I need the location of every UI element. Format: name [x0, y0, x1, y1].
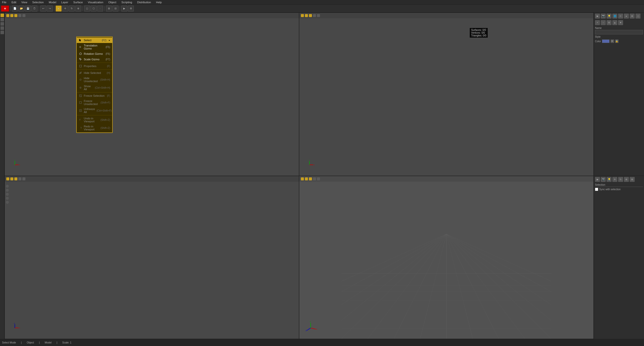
redo-btn[interactable]: ↪	[47, 6, 53, 12]
vp-bl-icon5[interactable]	[22, 177, 25, 180]
side-tool-1[interactable]	[6, 185, 9, 188]
menu-layer[interactable]: Layer	[60, 1, 69, 4]
rp-add-icon[interactable]: +	[595, 20, 600, 25]
vp-tr-icon2[interactable]	[305, 14, 308, 17]
menu-view[interactable]: View	[20, 1, 28, 4]
rp-remove-icon[interactable]: −	[601, 20, 606, 25]
vp-tl-icon5[interactable]	[22, 14, 25, 17]
ctx-hide-unselected[interactable]: Hide Unselected (Shift+H)	[77, 76, 112, 84]
new-btn[interactable]: 📄	[12, 6, 18, 12]
rotate-btn[interactable]: ↻	[69, 6, 75, 12]
rp-down-icon[interactable]: ▼	[618, 20, 623, 25]
rp-color-lock-icon[interactable]: 🔒	[615, 39, 619, 43]
ctx-translation-gizmo[interactable]: ✛ Translation Gizmo (F5)	[77, 43, 112, 51]
ctx-scale-gizmo[interactable]: Scale Gizmo (F7)	[77, 57, 112, 62]
rp-b-snap-icon[interactable]: ⊞	[630, 177, 635, 182]
ctx-undo-viewport[interactable]: Undo in Viewport (Shift+Z)	[77, 116, 112, 124]
menu-scripting[interactable]: Scripting	[120, 1, 133, 4]
menu-edit[interactable]: Edit	[11, 1, 17, 4]
viewport-top-right[interactable]: X Y	[299, 13, 594, 176]
side-tool-4[interactable]	[6, 197, 9, 200]
rp-b-rot-icon[interactable]: ↻	[618, 177, 623, 182]
ctx-show-all[interactable]: Show All (Ctrl+Shift+H)	[77, 84, 112, 92]
vp-br-icon4[interactable]	[313, 177, 316, 180]
rp-b-cam-icon[interactable]: 📷	[601, 177, 606, 182]
vp-br-icon2[interactable]	[305, 177, 308, 180]
rp-b-scale-icon[interactable]: ⊕	[624, 177, 629, 182]
open-btn[interactable]: 📂	[18, 6, 24, 12]
rp-up-icon[interactable]: ▲	[612, 20, 617, 25]
side-tool-3[interactable]	[6, 193, 9, 196]
rp-settings-icon[interactable]: ⚙	[607, 20, 612, 25]
vp-bl-icon1[interactable]	[6, 177, 9, 180]
save-as-btn[interactable]: 🗒	[31, 6, 37, 12]
rp-color-swatch[interactable]	[602, 39, 610, 43]
left-tool-5[interactable]	[1, 31, 4, 34]
rp-render-icon[interactable]: ▶	[595, 14, 600, 19]
edge-btn[interactable]: ⬡	[91, 6, 97, 12]
poly-btn[interactable]: ◻	[84, 6, 90, 12]
vp-tl-icon2[interactable]	[10, 14, 13, 17]
vp-bl-icon4[interactable]	[18, 177, 21, 180]
viewport-bottom-left[interactable]: X Z	[5, 176, 299, 339]
vp-tl-icon1[interactable]	[6, 14, 9, 17]
ctx-redo-viewport[interactable]: Redo in Viewport (Shift+Z)	[77, 124, 112, 132]
ctx-rotation-gizmo[interactable]: Rotation Gizmo (F6)	[77, 51, 112, 57]
rp-b-light-icon[interactable]: 💡	[607, 177, 612, 182]
rp-select-icon[interactable]: ▸	[624, 14, 629, 19]
ctx-properties[interactable]: Properties (F)	[77, 63, 112, 69]
rp-light-icon[interactable]: 💡	[607, 14, 612, 19]
viewport-bottom-right[interactable]: X Y Z	[299, 176, 594, 339]
side-tool-2[interactable]	[6, 189, 9, 192]
rp-color-eye-icon[interactable]: 👁	[611, 39, 614, 43]
left-tool-2[interactable]	[1, 18, 4, 21]
vp-tl-icon3[interactable]	[14, 14, 17, 17]
vp-bl-icon2[interactable]	[10, 177, 13, 180]
ctx-freeze-selection[interactable]: Freeze Selection (F)	[77, 93, 112, 98]
vp-bl-icon3[interactable]	[14, 177, 17, 180]
rp-b-render-icon[interactable]: ▶	[595, 177, 600, 182]
ctx-unfreeze-all[interactable]: Unfreeze All (Ctrl+Shift+F)	[77, 107, 112, 115]
viewport-top-left[interactable]: X Y	[5, 13, 299, 176]
select-tool-btn[interactable]: ▸	[56, 6, 62, 12]
menu-object[interactable]: Object	[107, 1, 117, 4]
side-tool-5[interactable]	[6, 201, 9, 204]
vp-tr-icon1[interactable]	[301, 14, 304, 17]
menu-file[interactable]: File	[1, 1, 8, 4]
vp-tr-icon3[interactable]	[309, 14, 312, 17]
snap-btn[interactable]: ⊞	[106, 6, 112, 12]
rp-b-move-icon[interactable]: ✛	[612, 177, 617, 182]
menu-surface[interactable]: Surface	[72, 1, 84, 4]
vp-br-icon1[interactable]	[301, 177, 304, 180]
ctx-freeze-unselected[interactable]: Freeze Unselected (Shift+F)	[77, 98, 112, 107]
translate-btn[interactable]: ✛	[62, 6, 68, 12]
render-btn[interactable]: ▶	[121, 6, 127, 12]
vp-br-icon3[interactable]	[309, 177, 312, 180]
vp-tl-icon4[interactable]	[18, 14, 21, 17]
ctx-hide-selected[interactable]: Hide Selected (H)	[77, 70, 112, 76]
vp-tr-icon5[interactable]	[317, 14, 320, 17]
render-settings-btn[interactable]: ⚙	[128, 6, 134, 12]
rp-name-input[interactable]	[595, 30, 643, 34]
grid-btn[interactable]: ⊟	[112, 6, 118, 12]
vp-tr-icon4[interactable]	[313, 14, 316, 17]
vert-btn[interactable]: ·	[97, 6, 103, 12]
left-tool-4[interactable]	[1, 26, 4, 30]
menu-model[interactable]: Model	[48, 1, 57, 4]
vp-br-icon5[interactable]	[317, 177, 320, 180]
rp-group-icon[interactable]: ⊞	[630, 14, 635, 19]
rp-scene-icon[interactable]: 🌐	[612, 14, 617, 19]
menu-help[interactable]: Help	[155, 1, 163, 4]
menu-distribution[interactable]: Distribution	[136, 1, 152, 4]
ctx-select[interactable]: Select (F2) ▸	[77, 37, 112, 43]
rp-edit-icon[interactable]: ✏	[618, 14, 623, 19]
rp-camera-icon[interactable]: 📷	[601, 14, 606, 19]
scale-btn[interactable]: ⊕	[75, 6, 81, 12]
undo-btn[interactable]: ↩	[40, 6, 46, 12]
rp-sync-checkbox[interactable]	[595, 188, 598, 191]
rp-obj-icon[interactable]: ◻	[635, 14, 640, 19]
left-tool-select[interactable]	[1, 14, 4, 17]
menu-visualization[interactable]: Visualization	[87, 1, 104, 4]
logo-btn[interactable]: M	[1, 6, 9, 12]
save-btn[interactable]: 💾	[25, 6, 31, 12]
